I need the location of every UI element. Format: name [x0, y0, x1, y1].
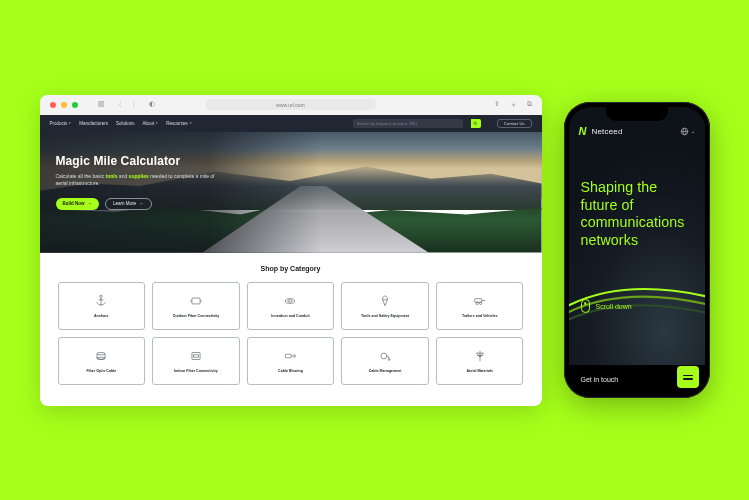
new-tab-icon[interactable]: ＋ — [510, 100, 517, 110]
category-card-aerial[interactable]: Aerial Materials — [436, 337, 524, 385]
nav-item-about[interactable]: About▾ — [143, 121, 159, 126]
forward-icon[interactable]: 〉 — [132, 100, 139, 110]
category-card-cable-mgmt[interactable]: Cable Management — [341, 337, 429, 385]
svg-rect-19 — [286, 354, 292, 358]
nav-item-products[interactable]: Products▾ — [50, 121, 72, 126]
blower-icon — [283, 349, 297, 363]
site-navbar: Products▾ Manufacturers Solutions About▾… — [40, 115, 542, 132]
nav-item-resources[interactable]: Resources▾ — [166, 121, 192, 126]
outdoor-fiber-icon — [189, 294, 203, 308]
conduit-icon — [283, 294, 297, 308]
scroll-label: Scroll down — [596, 303, 632, 310]
svg-rect-5 — [192, 298, 200, 304]
phone-hero-text: Shaping the future of communications net… — [581, 179, 697, 249]
brand-name: Netceed — [591, 127, 622, 136]
share-icon[interactable]: ⇪ — [494, 100, 500, 110]
svg-point-12 — [476, 302, 478, 304]
svg-point-8 — [286, 298, 295, 303]
nav-item-manufacturers[interactable]: Manufacturers — [79, 121, 108, 126]
tabs-icon[interactable]: ⧉ — [527, 100, 532, 110]
anchor-icon — [94, 294, 108, 308]
safety-icon — [378, 294, 392, 308]
svg-point-20 — [381, 353, 387, 359]
category-card-outdoor-fiber[interactable]: Outdoor Fiber Connectivity — [152, 282, 240, 330]
svg-rect-11 — [474, 298, 481, 302]
svg-point-21 — [388, 358, 390, 360]
chevron-down-icon: ⌄ — [691, 128, 695, 134]
hero-banner: Magic Mile Calculator Calculate all the … — [40, 132, 542, 253]
back-icon[interactable]: 〈 — [115, 100, 122, 110]
category-card-tools-safety[interactable]: Tools and Safety Equipment — [341, 282, 429, 330]
phone-header: N Netceed ⌄ — [579, 125, 695, 137]
browser-chrome: ▥ 〈 〉 ◐ www.url.com ⇪ ＋ ⧉ — [40, 95, 542, 115]
cable-mgmt-icon — [378, 349, 392, 363]
svg-point-2 — [100, 295, 102, 297]
browser-window: ▥ 〈 〉 ◐ www.url.com ⇪ ＋ ⧉ Products▾ Manu… — [40, 95, 542, 406]
patch-panel-icon — [189, 349, 203, 363]
build-now-button[interactable]: Build Now→ — [56, 198, 100, 210]
svg-point-9 — [288, 299, 293, 301]
aerial-pole-icon — [473, 349, 487, 363]
hero-title: Magic Mile Calculator — [56, 154, 542, 168]
shield-icon[interactable]: ◐ — [149, 100, 155, 110]
category-card-innerduct[interactable]: Innerduct and Conduit — [247, 282, 335, 330]
address-bar[interactable]: www.url.com — [206, 99, 376, 110]
search-placeholder: Search by keyword, brand or SKU — [357, 121, 417, 126]
category-card-indoor-fiber[interactable]: Indoor Fiber Connectivity — [152, 337, 240, 385]
hamburger-icon — [683, 375, 693, 380]
svg-point-16 — [97, 357, 105, 359]
phone-notch — [606, 107, 668, 121]
scroll-indicator[interactable]: Scroll down — [581, 299, 632, 313]
svg-line-1 — [476, 124, 477, 125]
search-button[interactable] — [471, 119, 481, 128]
mouse-scroll-icon — [581, 299, 590, 313]
category-card-trailers[interactable]: Trailers and Vehicles — [436, 282, 524, 330]
arrow-right-icon: → — [139, 201, 144, 206]
close-dot-icon[interactable] — [50, 102, 56, 108]
sidebar-icon[interactable]: ▥ — [98, 100, 105, 110]
shop-title: Shop by Category — [58, 265, 524, 272]
hero-subtitle: Calculate all the basic tools and suppli… — [56, 173, 226, 188]
category-card-cable-blowing[interactable]: Cable Blowing — [247, 337, 335, 385]
menu-button[interactable] — [677, 366, 699, 388]
category-card-anchors[interactable]: Anchors — [58, 282, 146, 330]
language-selector[interactable]: ⌄ — [680, 127, 695, 136]
logo-mark-icon: N — [579, 125, 587, 137]
traffic-lights[interactable] — [50, 102, 78, 108]
contact-us-button[interactable]: Contact Us — [497, 119, 532, 128]
svg-rect-18 — [194, 354, 199, 356]
url-text: www.url.com — [276, 102, 304, 108]
phone-device: N Netceed ⌄ Shaping the future of commun… — [564, 102, 710, 398]
get-in-touch-link[interactable]: Get in touch — [581, 376, 619, 383]
category-grid: Anchors Outdoor Fiber Connectivity Inner… — [58, 282, 524, 385]
trailer-icon — [473, 294, 487, 308]
svg-rect-17 — [192, 352, 200, 359]
phone-screen: N Netceed ⌄ Shaping the future of commun… — [569, 107, 705, 393]
nav-item-solutions[interactable]: Solutions — [116, 121, 135, 126]
nav-items: Products▾ Manufacturers Solutions About▾… — [50, 121, 192, 126]
maximize-dot-icon[interactable] — [72, 102, 78, 108]
search-icon — [473, 121, 478, 126]
cable-spool-icon — [94, 349, 108, 363]
svg-point-0 — [474, 121, 477, 124]
svg-point-15 — [97, 352, 105, 354]
learn-more-button[interactable]: Learn More→ — [105, 198, 152, 210]
shop-section: Shop by Category Anchors Outdoor Fiber C… — [40, 253, 542, 406]
brand-logo[interactable]: N Netceed — [579, 125, 623, 137]
arrow-right-icon: → — [88, 201, 93, 206]
globe-icon — [680, 127, 689, 136]
minimize-dot-icon[interactable] — [61, 102, 67, 108]
svg-point-13 — [479, 302, 481, 304]
category-card-fiber-cable[interactable]: Fiber Optic Cable — [58, 337, 146, 385]
search-input[interactable]: Search by keyword, brand or SKU — [353, 119, 463, 128]
